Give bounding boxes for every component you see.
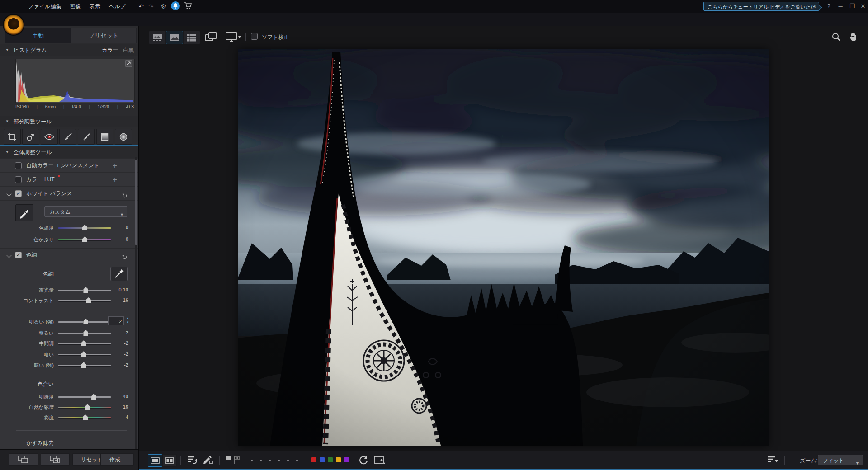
slider-thumb[interactable] — [81, 362, 86, 368]
menu-help[interactable]: ヘルプ — [109, 3, 126, 10]
color-label-blue[interactable] — [320, 457, 325, 462]
histogram-mode-color[interactable]: カラー — [102, 44, 118, 56]
redo-icon[interactable]: ↷ — [146, 2, 156, 11]
secondary-monitor-icon[interactable] — [226, 32, 241, 42]
rating-dot-2[interactable] — [260, 460, 262, 461]
slider-thumb[interactable] — [82, 225, 87, 230]
spot-removal-tool-button[interactable] — [22, 129, 39, 145]
rating-dot-3[interactable] — [269, 460, 271, 461]
tone-checkbox[interactable]: ✓ — [15, 252, 22, 258]
color-lut-add-icon[interactable]: + — [113, 173, 117, 186]
rating-dot-1[interactable] — [251, 460, 253, 461]
notifications-bell-icon[interactable] — [171, 1, 180, 10]
white-balance-eyedropper-button[interactable] — [15, 204, 33, 221]
midtone-slider[interactable] — [58, 343, 111, 345]
rating-dot-5[interactable] — [287, 460, 289, 461]
dark-strong-slider[interactable] — [58, 365, 111, 367]
white-balance-checkbox[interactable]: ✓ — [15, 190, 22, 197]
panel-scrollbar[interactable] — [135, 157, 137, 449]
copy-adjustments-button[interactable] — [9, 453, 38, 466]
single-view-mode-button[interactable] — [148, 454, 162, 467]
settings-gear-icon[interactable]: ⚙ — [159, 2, 168, 11]
scrollbar-thumb[interactable] — [135, 160, 137, 245]
saturation-slider[interactable] — [58, 417, 111, 419]
tone-header-row[interactable]: ✓ 色調 ↺ — [0, 249, 138, 262]
vibrance-slider[interactable] — [58, 407, 111, 409]
grid-view-button[interactable] — [183, 31, 200, 44]
slider-thumb[interactable] — [86, 297, 91, 303]
color-label-green[interactable] — [328, 457, 333, 462]
tab-preset[interactable]: プリセット — [71, 28, 137, 43]
create-button[interactable]: 作成... — [100, 453, 134, 466]
cart-icon[interactable] — [184, 2, 193, 10]
apply-preset-stack-icon[interactable] — [187, 455, 198, 465]
undo-icon[interactable]: ↶ — [137, 2, 146, 11]
flag-reject-icon[interactable] — [233, 456, 241, 465]
apply-adjustments-button[interactable] — [41, 453, 70, 466]
clarity-slider[interactable] — [58, 396, 111, 398]
slider-thumb[interactable] — [82, 236, 87, 242]
chevron-down-icon[interactable] — [6, 253, 11, 258]
slider-thumb[interactable] — [81, 351, 86, 357]
adjustment-brush-tool-button[interactable] — [59, 129, 76, 145]
slider-thumb[interactable] — [83, 414, 88, 420]
white-balance-header-row[interactable]: ✓ ホワイト バランス ↺ — [0, 187, 138, 200]
tint-slider[interactable] — [58, 239, 111, 241]
temperature-slider[interactable] — [58, 227, 111, 229]
rotate-left-icon[interactable] — [359, 455, 368, 465]
red-eye-tool-button[interactable] — [41, 129, 58, 145]
radial-filter-tool-button[interactable] — [115, 129, 132, 145]
histogram-header[interactable]: ▼ ヒストグラム カラー 白黒 — [0, 44, 138, 56]
edit-pen-icon[interactable] — [202, 455, 214, 465]
tooltip-close-icon[interactable]: × — [813, 2, 816, 11]
pan-hand-icon[interactable] — [848, 32, 859, 42]
exposure-slider[interactable] — [58, 290, 111, 291]
histogram-canvas[interactable] — [15, 59, 135, 103]
bright-strong-spinner-input[interactable]: 2 — [108, 316, 124, 325]
gradient-mask-tool-button[interactable] — [96, 129, 113, 145]
white-balance-preset-dropdown[interactable]: カスタム ▼ — [44, 206, 127, 217]
auto-tone-wand-button[interactable] — [110, 267, 128, 281]
color-lut-checkbox[interactable] — [15, 176, 22, 183]
color-label-red[interactable] — [311, 457, 316, 462]
straighten-crop-icon[interactable] — [374, 456, 386, 465]
slider-thumb[interactable] — [83, 287, 88, 293]
adjustment-selection-brush-tool-button[interactable] — [78, 129, 95, 145]
auto-color-add-icon[interactable]: + — [113, 159, 117, 172]
regional-tools-header[interactable]: ▼ 部分調整ツール — [0, 116, 138, 127]
compare-view-mode-button[interactable] — [162, 454, 177, 467]
before-after-icon[interactable] — [205, 32, 217, 42]
bright-strong-slider[interactable] — [58, 321, 111, 323]
help-icon[interactable]: ? — [824, 3, 834, 9]
contrast-slider[interactable] — [58, 300, 111, 302]
menu-file[interactable]: ファイル — [28, 3, 50, 10]
softproof-checkbox[interactable] — [251, 33, 258, 40]
global-tools-header[interactable]: ▼ 全体調整ツール — [0, 146, 138, 158]
bright-slider[interactable] — [58, 333, 111, 334]
sort-menu-icon[interactable] — [767, 456, 779, 464]
photo-canvas[interactable] — [238, 49, 769, 446]
color-label-purple[interactable] — [344, 457, 349, 462]
menu-view[interactable]: 表示 — [90, 3, 100, 10]
browser-view-button[interactable] — [149, 31, 166, 44]
auto-color-checkbox[interactable] — [15, 162, 22, 169]
spinner-arrows[interactable]: ▲▼ — [125, 316, 130, 325]
zoom-level-dropdown[interactable]: フィット ▼ — [818, 455, 863, 465]
zoom-tool-icon[interactable] — [831, 32, 841, 42]
collapse-triangle-icon[interactable]: ▼ — [5, 116, 9, 127]
color-label-yellow[interactable] — [336, 457, 341, 462]
chevron-down-icon[interactable] — [6, 191, 11, 196]
menu-edit[interactable]: 編集 — [51, 3, 61, 10]
close-icon[interactable]: ✕ — [858, 3, 868, 9]
slider-thumb[interactable] — [81, 340, 86, 346]
collapse-triangle-icon[interactable]: ▼ — [5, 146, 9, 158]
slider-thumb[interactable] — [83, 319, 88, 324]
rating-dot-6[interactable] — [296, 460, 298, 461]
flag-pick-icon[interactable] — [225, 456, 232, 465]
crop-tool-button[interactable] — [4, 129, 21, 145]
dark-slider[interactable] — [58, 354, 111, 356]
restore-icon[interactable]: ❐ — [847, 3, 857, 9]
single-view-button[interactable] — [166, 31, 183, 44]
slider-thumb[interactable] — [85, 404, 90, 410]
menu-image[interactable]: 画像 — [70, 3, 81, 10]
